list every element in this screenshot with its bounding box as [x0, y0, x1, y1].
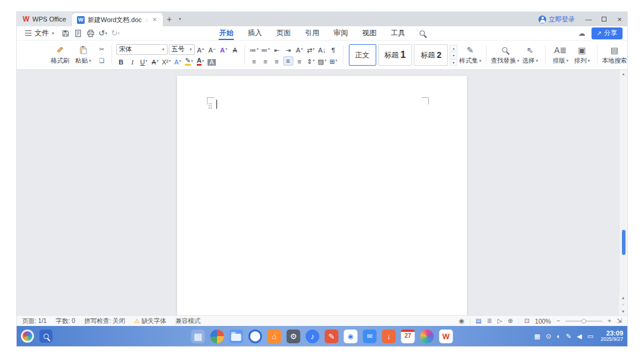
fit-page-icon[interactable]: ⊡: [524, 318, 530, 324]
tab-sync-icon[interactable]: ◌: [145, 17, 148, 23]
battery-icon[interactable]: ▭: [587, 333, 593, 340]
close-button[interactable]: ×: [612, 12, 627, 26]
increase-indent-button[interactable]: ⇥: [283, 45, 293, 54]
text-editor-icon[interactable]: ✎: [325, 330, 339, 343]
volume-icon[interactable]: ◀: [577, 333, 581, 340]
app-grid-icon[interactable]: ▦: [191, 330, 205, 343]
annotate-icon[interactable]: ✎: [566, 333, 571, 340]
zoom-slider-knob[interactable]: [581, 319, 586, 324]
typeset-button[interactable]: A≣ 排版▾: [550, 42, 571, 68]
browser-icon[interactable]: [249, 330, 262, 343]
page-view-icon[interactable]: ▤: [476, 318, 482, 324]
tab-tools[interactable]: 工具: [384, 26, 413, 40]
tab-reference[interactable]: 引用: [298, 26, 327, 40]
tab-view[interactable]: 视图: [355, 26, 384, 40]
missing-fonts-status[interactable]: ⚠ 缺失字体: [134, 317, 166, 325]
app-store-icon[interactable]: ⌂: [268, 330, 281, 343]
input-method-icon[interactable]: ▦: [534, 333, 540, 340]
ribbon-search-button[interactable]: [413, 26, 432, 40]
copy-button[interactable]: ❏: [97, 56, 107, 65]
tab-home[interactable]: 开始: [212, 26, 241, 40]
arrange-button[interactable]: ▣ 排列▾: [571, 42, 593, 68]
superscript-button[interactable]: X²▾: [162, 57, 172, 66]
brightness-icon[interactable]: ◐: [556, 333, 561, 340]
borders-button[interactable]: ⊞▾: [329, 56, 339, 66]
bold-button[interactable]: B: [116, 57, 126, 66]
style-heading2[interactable]: 标题2: [414, 44, 448, 66]
style-heading1[interactable]: 标题1: [378, 44, 413, 66]
gallery-more-button[interactable]: ▾: [450, 59, 457, 66]
document-page[interactable]: [177, 76, 467, 315]
justify-button[interactable]: ≡: [283, 56, 293, 66]
asian-layout-button[interactable]: A▾: [295, 45, 305, 54]
redo-button[interactable]: ↻▾: [110, 28, 121, 39]
char-scale-button[interactable]: ⇄▾: [306, 45, 316, 54]
scroll-up-icon[interactable]: ▴: [620, 70, 627, 78]
scrollbar-thumb[interactable]: [622, 230, 626, 255]
font-size-select[interactable]: 五号 ▾: [169, 44, 195, 55]
cut-button[interactable]: ✂: [97, 45, 107, 54]
style-normal[interactable]: 正文: [349, 44, 376, 66]
zoom-in-button[interactable]: +: [608, 318, 611, 324]
web-view-icon[interactable]: ⊕: [507, 318, 513, 324]
print-preview-button[interactable]: [73, 28, 83, 39]
compatibility-mode[interactable]: 兼容模式: [175, 317, 200, 325]
align-left-button[interactable]: ≡: [249, 56, 259, 66]
maximize-button[interactable]: [596, 12, 612, 26]
char-shading-button[interactable]: A: [207, 57, 217, 66]
music-icon[interactable]: ♪: [306, 330, 320, 343]
settings-icon[interactable]: ⚙: [287, 330, 301, 343]
shading-button[interactable]: ▨▾: [317, 56, 327, 66]
strikethrough-button[interactable]: A▾: [150, 57, 160, 66]
fullscreen-icon[interactable]: ⇲: [617, 318, 622, 324]
eye-protection-icon[interactable]: ◉: [459, 318, 464, 324]
font-family-select[interactable]: 宋体 ▾: [116, 44, 168, 55]
zoom-out-button[interactable]: −: [556, 318, 560, 324]
show-marks-button[interactable]: ¶: [329, 45, 339, 54]
previous-page-button[interactable]: ▲: [621, 296, 625, 300]
tab-page[interactable]: 页面: [270, 26, 298, 40]
tab-insert[interactable]: 插入: [241, 26, 270, 40]
browse-object-button[interactable]: ◦: [622, 301, 624, 307]
text-effects-button[interactable]: A▾: [219, 45, 229, 54]
image-viewer-icon[interactable]: ◉: [344, 330, 358, 343]
grow-font-button[interactable]: A⁺: [196, 45, 206, 54]
shrink-font-button[interactable]: A⁻: [208, 45, 218, 54]
tab-close-icon[interactable]: ×: [151, 16, 158, 24]
file-manager-icon[interactable]: [230, 330, 243, 343]
numbering-button[interactable]: ≕▾: [261, 45, 271, 54]
select-button[interactable]: ⇖ 选择▾: [519, 42, 541, 68]
save-button[interactable]: [60, 28, 71, 39]
file-menu-button[interactable]: 文件 ▾: [21, 26, 58, 40]
local-search-button[interactable]: ▤ 本地搜索: [602, 42, 627, 68]
format-painter-button[interactable]: 格式刷: [49, 42, 72, 68]
word-count[interactable]: 字数: 0: [55, 317, 75, 325]
underline-button[interactable]: U▾: [139, 57, 149, 66]
gallery-down-button[interactable]: ▾: [450, 52, 457, 59]
distribute-button[interactable]: ≡: [295, 56, 305, 66]
multitasking-icon[interactable]: [210, 330, 224, 343]
sort-button[interactable]: A↓: [317, 45, 327, 54]
paste-button[interactable]: 粘贴▾: [73, 42, 94, 68]
mail-icon[interactable]: ✉: [363, 330, 377, 343]
outline-view-icon[interactable]: ≣: [487, 318, 493, 324]
document-tab[interactable]: W 新建Word文档.doc ◌ ×: [72, 13, 163, 26]
zoom-slider[interactable]: [565, 321, 602, 322]
style-set-button[interactable]: ✎ 样式集▾: [459, 42, 482, 68]
media-player-icon[interactable]: [420, 330, 434, 343]
highlight-color-button[interactable]: ✎▾: [184, 57, 194, 66]
align-center-button[interactable]: ≡: [261, 56, 271, 66]
power-icon[interactable]: ⊙: [546, 333, 551, 340]
taskbar-search-button[interactable]: [39, 330, 52, 343]
bullets-button[interactable]: ≔▾: [249, 45, 259, 54]
tab-review[interactable]: 审阅: [327, 26, 355, 40]
undo-button[interactable]: ↺▾: [98, 28, 109, 39]
vertical-scrollbar[interactable]: ▴: [619, 70, 627, 315]
find-replace-button[interactable]: 查找替换▾: [491, 42, 519, 68]
system-launcher-icon[interactable]: [21, 330, 34, 343]
clock[interactable]: 23:09 2025/9/27: [600, 330, 623, 343]
clear-format-button[interactable]: A: [230, 45, 240, 54]
decrease-indent-button[interactable]: ⇤: [272, 45, 282, 54]
gallery-up-button[interactable]: ▴: [450, 45, 457, 51]
wps-office-icon[interactable]: W: [439, 330, 453, 343]
